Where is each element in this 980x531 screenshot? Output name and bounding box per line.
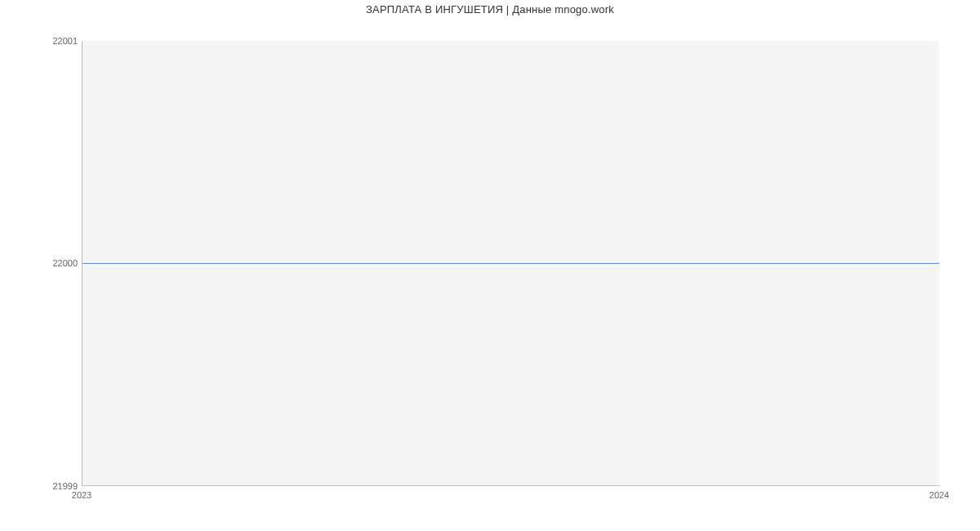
x-tick-label: 2024: [929, 490, 949, 500]
plot-area: [82, 41, 939, 486]
chart-container: ЗАРПЛАТА В ИНГУШЕТИЯ | Данные mnogo.work…: [0, 0, 980, 531]
series-line: [82, 263, 939, 264]
y-tick-label: 22000: [52, 258, 78, 268]
x-tick-label: 2023: [72, 490, 91, 500]
chart-title: ЗАРПЛАТА В ИНГУШЕТИЯ | Данные mnogo.work: [0, 3, 980, 16]
y-tick-label: 22001: [52, 36, 78, 46]
